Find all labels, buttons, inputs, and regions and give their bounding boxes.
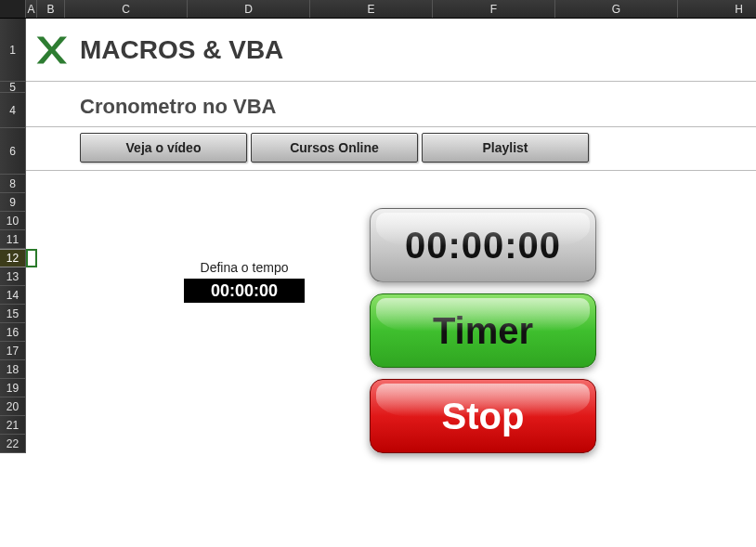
row-header-21[interactable]: 21 — [0, 416, 26, 435]
column-header-c[interactable]: C — [65, 0, 188, 18]
column-header-g[interactable]: G — [555, 0, 678, 18]
column-header-b[interactable]: B — [37, 0, 65, 18]
row-header-18[interactable]: 18 — [0, 360, 26, 379]
row-header-13[interactable]: 13 — [0, 267, 26, 286]
row-headers: 15468910111213141516171819202122 — [0, 19, 26, 453]
column-header-e[interactable]: E — [310, 0, 433, 18]
sheet-content: MACROS & VBA Cronometro no VBA Veja o ví… — [26, 19, 756, 547]
row-header-4[interactable]: 4 — [0, 93, 26, 128]
column-header-h[interactable]: H — [678, 0, 756, 18]
row-header-5[interactable]: 5 — [0, 82, 26, 93]
column-header-d[interactable]: D — [188, 0, 310, 18]
timer-display-value: 00:00:00 — [405, 225, 561, 267]
timer-area: Defina o tempo 00:00:00 00:00:00 Timer S… — [26, 208, 756, 505]
row-header-17[interactable]: 17 — [0, 342, 26, 360]
row-header-22[interactable]: 22 — [0, 435, 26, 453]
row-header-19[interactable]: 19 — [0, 379, 26, 397]
select-all-corner[interactable] — [0, 0, 26, 18]
excel-x-icon — [33, 33, 67, 67]
timer-stop-button[interactable]: Stop — [370, 379, 596, 453]
row-header-20[interactable]: 20 — [0, 397, 26, 416]
timer-start-button[interactable]: Timer — [370, 293, 596, 368]
row-header-8[interactable]: 8 — [0, 175, 26, 193]
row-header-9[interactable]: 9 — [0, 193, 26, 212]
divider — [26, 126, 756, 127]
define-time-label: Defina o tempo — [184, 260, 305, 275]
row-header-11[interactable]: 11 — [0, 230, 26, 249]
column-header-a[interactable]: A — [26, 0, 37, 18]
row-header-1[interactable]: 1 — [0, 19, 26, 82]
column-headers: ABCDEFGH — [0, 0, 756, 19]
row-header-6[interactable]: 6 — [0, 128, 26, 175]
spreadsheet-window: ABCDEFGH 1546891011121314151617181920212… — [0, 0, 756, 547]
divider — [26, 170, 756, 171]
row-header-16[interactable]: 16 — [0, 323, 26, 342]
section-title: Cronometro no VBA — [26, 82, 756, 126]
timer-display: 00:00:00 — [370, 208, 596, 282]
brand-row: MACROS & VBA — [26, 19, 756, 82]
define-time-input[interactable]: 00:00:00 — [184, 279, 305, 303]
row-header-15[interactable]: 15 — [0, 305, 26, 323]
row-header-12[interactable]: 12 — [0, 249, 26, 267]
button-bar: Veja o vídeo Cursos Online Playlist — [26, 133, 756, 163]
playlist-button[interactable]: Playlist — [422, 133, 589, 163]
cursos-online-button[interactable]: Cursos Online — [251, 133, 418, 163]
timer-button-label: Timer — [433, 310, 533, 352]
row-header-10[interactable]: 10 — [0, 212, 26, 230]
column-header-f[interactable]: F — [433, 0, 555, 18]
stop-button-label: Stop — [442, 396, 525, 437]
brand-title: MACROS & VBA — [80, 35, 283, 65]
row-header-14[interactable]: 14 — [0, 286, 26, 305]
video-button[interactable]: Veja o vídeo — [80, 133, 247, 163]
